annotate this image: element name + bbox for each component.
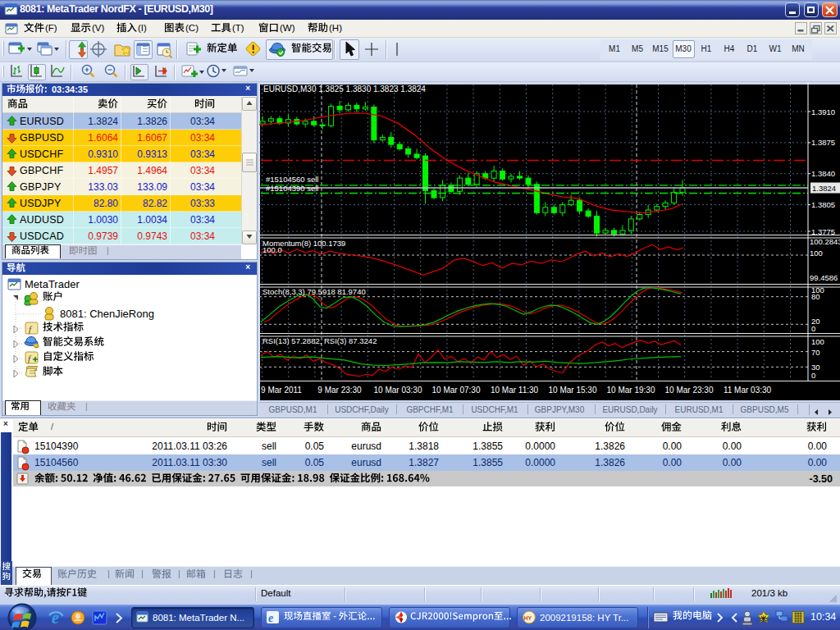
svg-text:e: e	[268, 612, 273, 624]
svg-text:米: 米	[760, 615, 767, 623]
svg-text:HY: HY	[524, 615, 532, 621]
